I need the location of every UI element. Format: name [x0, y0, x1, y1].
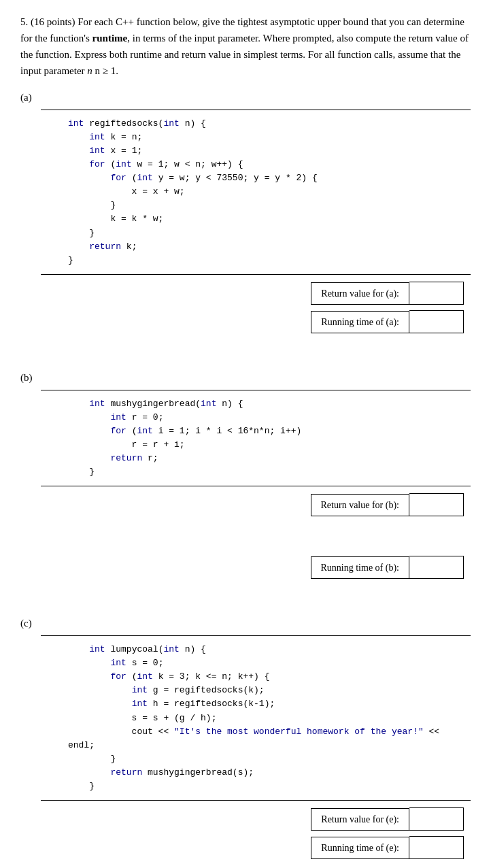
part-b-return-label: Return value for (b): [311, 494, 409, 516]
part-b-return-box[interactable] [409, 493, 464, 516]
part-b-return-row: Return value for (b): [311, 493, 464, 516]
part-a-answers: Return value for (a): Running time of (a… [20, 282, 471, 333]
question-points: (16 points) [31, 16, 75, 27]
part-a: (a) int regiftedsocks(int n) { int k = n… [20, 90, 471, 333]
part-a-label: (a) [20, 90, 471, 105]
part-a-return-row: Return value for (a): [311, 282, 464, 305]
question-number: 5. [20, 16, 28, 27]
part-c-runtime-box[interactable] [409, 836, 464, 859]
part-c-answers: Return value for (e): Running time of (e… [20, 807, 471, 859]
part-a-return-label: Return value for (a): [311, 282, 409, 305]
part-c-return-row: Return value for (e): [311, 807, 464, 831]
part-a-runtime-row: Running time of (a): [311, 310, 464, 333]
part-b-answers: Return value for (b): [20, 493, 471, 516]
part-c-return-label: Return value for (e): [311, 808, 409, 831]
part-c-runtime-row: Running time of (e): [311, 836, 464, 859]
part-b-runtime-area: Running time of (b): [20, 556, 471, 579]
part-b-runtime-box[interactable] [409, 556, 464, 579]
question-param: n [87, 65, 92, 76]
question-condition: n ≥ 1. [95, 65, 118, 76]
part-c-return-box[interactable] [409, 807, 464, 831]
part-a-return-box[interactable] [409, 282, 464, 305]
part-c-code: int lumpycoal(int n) { int s = 0; for (i… [41, 635, 471, 801]
part-a-code: int regiftedsocks(int n) { int k = n; in… [41, 110, 471, 276]
part-c-label: (c) [20, 616, 471, 631]
part-b-label: (b) [20, 370, 471, 386]
part-b-code: int mushygingerbread(int n) { int r = 0;… [41, 390, 471, 487]
part-c-runtime-label: Running time of (e): [311, 837, 409, 859]
part-c: (c) int lumpycoal(int n) { int s = 0; fo… [20, 616, 471, 859]
part-b-runtime-row: Running time of (b): [311, 556, 464, 579]
part-a-runtime-box[interactable] [409, 310, 464, 333]
part-b-runtime-label: Running time of (b): [311, 556, 410, 579]
part-a-runtime-label: Running time of (a): [311, 311, 409, 333]
question-header: 5. (16 points) For each C++ function bel… [20, 14, 471, 79]
question-bold: runtime [92, 33, 128, 44]
part-b: (b) int mushygingerbread(int n) { int r … [20, 370, 471, 579]
